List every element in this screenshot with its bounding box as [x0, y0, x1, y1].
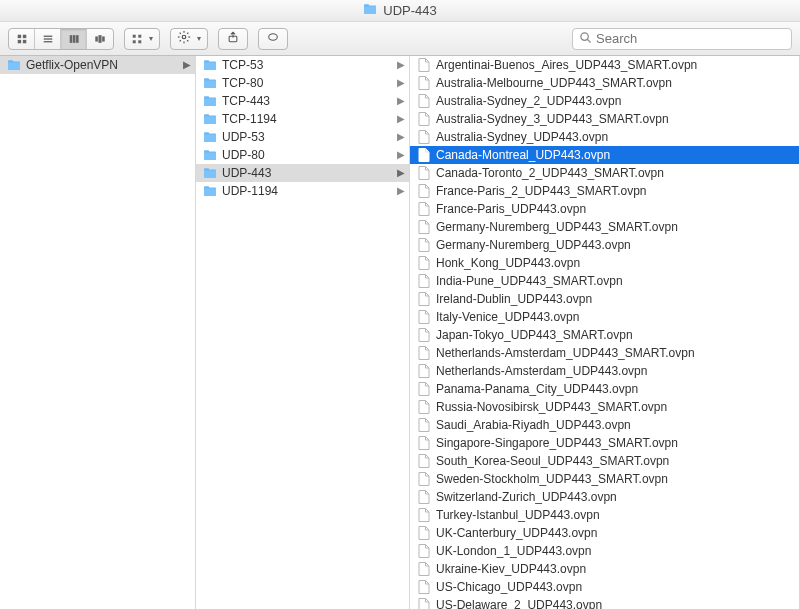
file-icon — [416, 544, 432, 558]
folder-icon — [202, 95, 218, 107]
file-row[interactable]: Honk_Kong_UDP443.ovpn — [410, 254, 799, 272]
file-row[interactable]: Turkey-Istanbul_UDP443.ovpn — [410, 506, 799, 524]
file-row[interactable]: Australia-Sydney_3_UDP443_SMART.ovpn — [410, 110, 799, 128]
row-label: Germany-Nuremberg_UDP443_SMART.ovpn — [436, 218, 795, 236]
file-icon — [416, 58, 432, 72]
view-list-button[interactable] — [35, 29, 61, 49]
file-row[interactable]: France-Paris_2_UDP443_SMART.ovpn — [410, 182, 799, 200]
file-row[interactable]: Singapore-Singapore_UDP443_SMART.ovpn — [410, 434, 799, 452]
file-row[interactable]: Ukraine-Kiev_UDP443.ovpn — [410, 560, 799, 578]
file-icon — [416, 418, 432, 432]
row-label: South_Korea-Seoul_UDP443_SMART.ovpn — [436, 452, 795, 470]
file-row[interactable]: Australia-Sydney_UDP443.ovpn — [410, 128, 799, 146]
file-row[interactable]: Canada-Montreal_UDP443.ovpn — [410, 146, 799, 164]
folder-row[interactable]: UDP-443▶ — [196, 164, 409, 182]
file-icon — [416, 310, 432, 324]
file-row[interactable]: South_Korea-Seoul_UDP443_SMART.ovpn — [410, 452, 799, 470]
file-row[interactable]: US-Chicago_UDP443.ovpn — [410, 578, 799, 596]
folder-row[interactable]: TCP-80▶ — [196, 74, 409, 92]
file-icon — [416, 472, 432, 486]
file-icon — [416, 598, 432, 609]
share-button[interactable] — [218, 28, 248, 50]
row-label: Switzerland-Zurich_UDP443.ovpn — [436, 488, 795, 506]
arrange-button[interactable]: ▾ — [124, 28, 160, 50]
file-row[interactable]: Netherlands-Amsterdam_UDP443.ovpn — [410, 362, 799, 380]
column-2[interactable]: TCP-53▶TCP-80▶TCP-443▶TCP-1194▶UDP-53▶UD… — [196, 56, 410, 609]
file-icon — [416, 166, 432, 180]
file-row[interactable]: Ireland-Dublin_UDP443.ovpn — [410, 290, 799, 308]
file-icon — [416, 436, 432, 450]
folder-row[interactable]: Getflix-OpenVPN▶ — [0, 56, 195, 74]
column-3[interactable]: Argentinai-Buenos_Aires_UDP443_SMART.ovp… — [410, 56, 800, 609]
row-label: UDP-1194 — [222, 182, 395, 200]
view-icons-button[interactable] — [9, 29, 35, 49]
row-label: UK-Canterbury_UDP443.ovpn — [436, 524, 795, 542]
folder-row[interactable]: UDP-1194▶ — [196, 182, 409, 200]
view-coverflow-button[interactable] — [87, 29, 113, 49]
chevron-down-icon: ▾ — [197, 34, 201, 43]
folder-icon — [202, 59, 218, 71]
file-row[interactable]: US-Delaware_2_UDP443.ovpn — [410, 596, 799, 609]
row-label: Singapore-Singapore_UDP443_SMART.ovpn — [436, 434, 795, 452]
row-label: US-Delaware_2_UDP443.ovpn — [436, 596, 795, 609]
file-row[interactable]: UK-London_1_UDP443.ovpn — [410, 542, 799, 560]
row-label: UDP-53 — [222, 128, 395, 146]
row-label: Canada-Montreal_UDP443.ovpn — [436, 146, 795, 164]
action-button[interactable]: ▾ — [170, 28, 208, 50]
file-row[interactable]: Saudi_Arabia-Riyadh_UDP443.ovpn — [410, 416, 799, 434]
file-row[interactable]: Canada-Toronto_2_UDP443_SMART.ovpn — [410, 164, 799, 182]
row-label: Japan-Tokyo_UDP443_SMART.ovpn — [436, 326, 795, 344]
folder-row[interactable]: UDP-53▶ — [196, 128, 409, 146]
search-field-wrap[interactable] — [572, 28, 792, 50]
view-columns-button[interactable] — [61, 29, 87, 49]
row-label: Honk_Kong_UDP443.ovpn — [436, 254, 795, 272]
row-label: Australia-Sydney_UDP443.ovpn — [436, 128, 795, 146]
folder-row[interactable]: TCP-1194▶ — [196, 110, 409, 128]
row-label: TCP-1194 — [222, 110, 395, 128]
tags-button[interactable] — [258, 28, 288, 50]
window-titlebar: UDP-443 — [0, 0, 800, 22]
file-row[interactable]: France-Paris_UDP443.ovpn — [410, 200, 799, 218]
file-row[interactable]: Italy-Venice_UDP443.ovpn — [410, 308, 799, 326]
file-row[interactable]: Russia-Novosibirsk_UDP443_SMART.ovpn — [410, 398, 799, 416]
chevron-right-icon: ▶ — [395, 92, 405, 110]
file-icon — [416, 292, 432, 306]
row-label: TCP-443 — [222, 92, 395, 110]
column-browser: Getflix-OpenVPN▶ TCP-53▶TCP-80▶TCP-443▶T… — [0, 56, 800, 609]
file-row[interactable]: Panama-Panama_City_UDP443.ovpn — [410, 380, 799, 398]
file-icon — [416, 220, 432, 234]
file-icon — [416, 76, 432, 90]
file-row[interactable]: Germany-Nuremberg_UDP443_SMART.ovpn — [410, 218, 799, 236]
file-icon — [416, 184, 432, 198]
chevron-right-icon: ▶ — [395, 164, 405, 182]
row-label: Australia-Sydney_3_UDP443_SMART.ovpn — [436, 110, 795, 128]
search-input[interactable] — [596, 31, 785, 46]
row-label: Turkey-Istanbul_UDP443.ovpn — [436, 506, 795, 524]
folder-row[interactable]: UDP-80▶ — [196, 146, 409, 164]
file-row[interactable]: Australia-Melbourne_UDP443_SMART.ovpn — [410, 74, 799, 92]
file-icon — [416, 274, 432, 288]
file-row[interactable]: Germany-Nuremberg_UDP443.ovpn — [410, 236, 799, 254]
folder-icon — [202, 131, 218, 143]
file-row[interactable]: UK-Canterbury_UDP443.ovpn — [410, 524, 799, 542]
row-label: France-Paris_2_UDP443_SMART.ovpn — [436, 182, 795, 200]
row-label: Australia-Sydney_2_UDP443.ovpn — [436, 92, 795, 110]
search-icon — [579, 31, 592, 47]
folder-row[interactable]: TCP-53▶ — [196, 56, 409, 74]
file-icon — [416, 508, 432, 522]
file-row[interactable]: India-Pune_UDP443_SMART.ovpn — [410, 272, 799, 290]
file-row[interactable]: Netherlands-Amsterdam_UDP443_SMART.ovpn — [410, 344, 799, 362]
view-mode-segmented — [8, 28, 114, 50]
file-icon — [416, 328, 432, 342]
file-row[interactable]: Japan-Tokyo_UDP443_SMART.ovpn — [410, 326, 799, 344]
file-row[interactable]: Argentinai-Buenos_Aires_UDP443_SMART.ovp… — [410, 56, 799, 74]
row-label: Ukraine-Kiev_UDP443.ovpn — [436, 560, 795, 578]
column-1[interactable]: Getflix-OpenVPN▶ — [0, 56, 196, 609]
file-icon — [416, 490, 432, 504]
file-row[interactable]: Sweden-Stockholm_UDP443_SMART.ovpn — [410, 470, 799, 488]
row-label: Sweden-Stockholm_UDP443_SMART.ovpn — [436, 470, 795, 488]
file-row[interactable]: Australia-Sydney_2_UDP443.ovpn — [410, 92, 799, 110]
file-icon — [416, 202, 432, 216]
file-row[interactable]: Switzerland-Zurich_UDP443.ovpn — [410, 488, 799, 506]
folder-row[interactable]: TCP-443▶ — [196, 92, 409, 110]
